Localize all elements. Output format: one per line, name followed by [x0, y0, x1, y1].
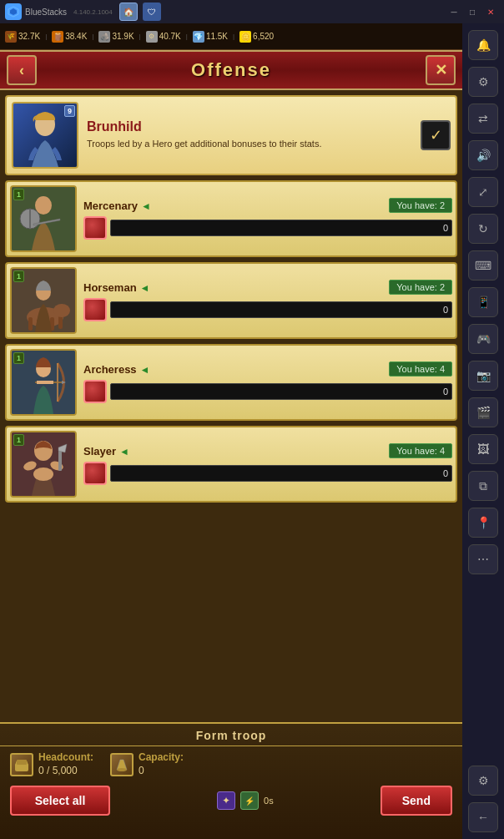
select-all-button[interactable]: Select all: [10, 786, 110, 816]
gem-icon: 💎: [193, 31, 204, 43]
hero-info: Brunhild Troops led by a Hero get additi…: [78, 119, 414, 150]
mercenary-content: Mercenary You have: 2 0: [77, 198, 452, 240]
page-title: Offense: [191, 59, 271, 81]
send-button[interactable]: Send: [381, 786, 452, 816]
svg-rect-13: [58, 316, 63, 329]
headcount-value: 0 / 5,000: [38, 765, 93, 778]
slayer-name: Slayer: [83, 445, 129, 457]
bluestacks-logo: [5, 3, 22, 20]
mercenary-slider[interactable]: 0: [110, 220, 452, 236]
gem-value: 11.5K: [206, 32, 228, 41]
archeress-slider[interactable]: 0: [110, 383, 452, 400]
stone-value: 31.9K: [112, 32, 134, 41]
minimize-button[interactable]: ─: [446, 5, 462, 18]
resource-iron: ⚙ 40.7K: [146, 31, 181, 43]
hero-check-mark[interactable]: ✓: [421, 120, 451, 150]
svg-point-34: [117, 768, 127, 771]
rotate-button[interactable]: ↻: [468, 214, 498, 244]
form-troop-label: Form troop: [0, 724, 462, 746]
resource-gem: 💎 11.5K: [193, 31, 228, 43]
tab-game[interactable]: 🛡: [143, 3, 161, 21]
slayer-slider-row: 0: [83, 462, 452, 485]
mercenary-selected: 0: [443, 223, 448, 233]
slayer-avatar: 1: [10, 431, 77, 498]
video-button[interactable]: 🎬: [468, 397, 498, 427]
tab-home[interactable]: 🏠: [119, 3, 138, 21]
slayer-top-row: Slayer You have: 4: [83, 443, 452, 458]
unit-card-mercenary: 1 Mercenary You have: 2: [5, 180, 457, 257]
settings-button[interactable]: ⚙: [468, 67, 498, 97]
unit-card-horseman: 1 Hors: [5, 262, 457, 339]
slayer-selected: 0: [443, 468, 448, 478]
resource-wood: 🪵 38.4K: [52, 31, 87, 43]
hero-description: Troops led by a Hero get additional bonu…: [87, 138, 414, 150]
horseman-gem: [83, 298, 107, 321]
offense-header: ‹ Offense ✕: [0, 50, 462, 90]
stars-icon: ✦: [217, 791, 235, 810]
resource-stone: 🪨 31.9K: [98, 31, 134, 43]
keyboard-button[interactable]: ⌨: [468, 250, 498, 281]
expand-button[interactable]: ⤢: [468, 177, 498, 207]
bottom-stats: Headcount: 0 / 5,000 Capacity: 0: [0, 746, 462, 782]
slayer-gem: [83, 462, 107, 485]
bell-button[interactable]: 🔔: [468, 30, 498, 60]
horseman-count: You have: 2: [389, 280, 452, 295]
unit-card-archeress: 1: [5, 344, 457, 421]
gold-icon: 🪙: [239, 31, 251, 43]
wood-icon: 🪵: [52, 31, 63, 43]
back-button[interactable]: ‹: [7, 55, 37, 85]
phone-button[interactable]: 📱: [468, 287, 498, 317]
food-icon: 🌾: [5, 31, 17, 43]
image-button[interactable]: 🖼: [468, 434, 498, 464]
gear-settings-button[interactable]: ⚙: [468, 766, 498, 796]
archeress-top-row: Archeress You have: 4: [83, 361, 452, 377]
back-nav-button[interactable]: ←: [468, 802, 498, 832]
units-scroll-area[interactable]: 9: [0, 90, 462, 722]
camera-button[interactable]: 📷: [468, 361, 498, 391]
hero-card: 9: [5, 95, 457, 175]
timer-value: 0s: [264, 796, 274, 806]
horseman-slider[interactable]: 0: [110, 301, 452, 318]
unit-card-slayer: 1 Slay: [5, 426, 457, 503]
right-sidebar: 🔔 ⚙ ⇄ 🔊 ⤢ ↻ ⌨ 📱 🎮 📷 🎬 🖼 ⧉ 📍 ⋯ ⚙ ←: [462, 23, 504, 839]
mercenary-gem: [83, 216, 107, 240]
slayer-content: Slayer You have: 4 0: [77, 443, 452, 485]
window-controls: ─ □ ✕: [446, 5, 499, 18]
capacity-stat: Capacity: 0: [110, 751, 184, 777]
food-value: 32.7K: [18, 32, 40, 41]
archeress-gem: [83, 380, 107, 403]
maximize-button[interactable]: □: [464, 5, 481, 18]
location-button[interactable]: 📍: [468, 508, 498, 538]
horseman-content: Horseman You have: 2 0: [77, 280, 452, 321]
timer-info: ✦ ⚡ 0s: [217, 791, 274, 810]
slayer-slider[interactable]: 0: [110, 465, 452, 482]
copy-button[interactable]: ⧉: [468, 471, 498, 501]
troops-icon: [10, 753, 33, 776]
close-button[interactable]: ✕: [482, 5, 499, 18]
bottom-buttons: Select all ✦ ⚡ 0s Send: [0, 782, 462, 819]
close-offense-button[interactable]: ✕: [426, 55, 456, 85]
horseman-name: Horseman: [83, 281, 149, 294]
volume-button[interactable]: 🔊: [468, 140, 498, 170]
gamepad-button[interactable]: 🎮: [468, 324, 498, 354]
archeress-content: Archeress You have: 4 0: [77, 361, 452, 403]
archeress-level: 1: [13, 352, 24, 364]
horseman-slider-row: 0: [83, 298, 452, 321]
svg-point-14: [53, 304, 70, 317]
mercenary-count: You have: 2: [389, 198, 452, 213]
wood-value: 38.4K: [65, 32, 87, 41]
resource-food: 🌾 32.7K: [5, 31, 40, 43]
svg-rect-33: [17, 760, 27, 765]
game-area: 🌾 32.7K | 🪵 38.4K | 🪨 31.9K | ⚙ 40.7K | …: [0, 23, 462, 839]
svg-rect-10: [28, 317, 33, 331]
hero-name: Brunhild: [87, 119, 414, 134]
more-button[interactable]: ⋯: [468, 544, 498, 574]
hero-level: 9: [64, 105, 75, 117]
mercenary-top-row: Mercenary You have: 2: [83, 198, 452, 213]
transfer-button[interactable]: ⇄: [468, 104, 498, 134]
mercenary-level: 1: [13, 189, 24, 200]
resource-gold: 🪙 6,520: [239, 31, 274, 43]
archeress-count: You have: 4: [389, 361, 452, 377]
horseman-top-row: Horseman You have: 2: [83, 280, 452, 295]
archeress-avatar: 1: [10, 349, 77, 416]
